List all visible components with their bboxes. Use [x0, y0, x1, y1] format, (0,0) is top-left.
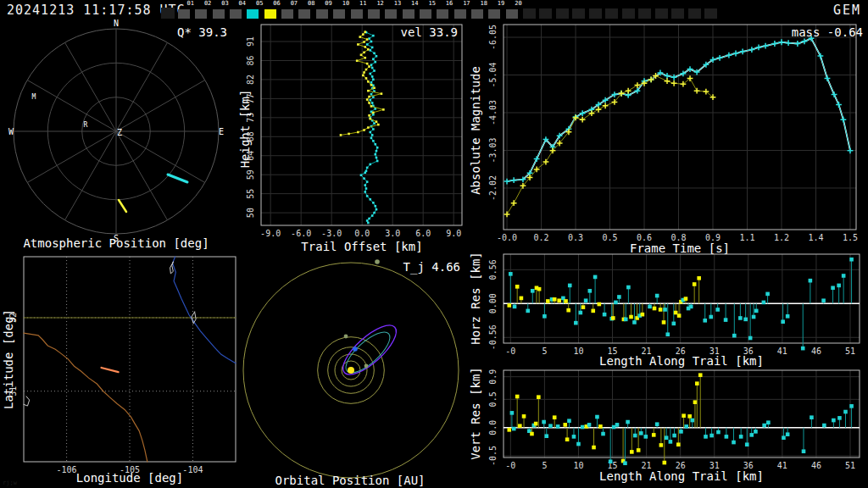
- frame-number: 05: [256, 1, 263, 7]
- frame-box-07[interactable]: 07: [281, 0, 298, 20]
- svg-text:-3.0: -3.0: [321, 229, 342, 238]
- frame-box-18[interactable]: 18: [471, 0, 488, 20]
- horzres-tick-labels: -051015212631364146510.560.00-0.56: [488, 259, 855, 356]
- horz-res-panel: -051015212631364146510.560.00-0.56 Horz …: [468, 250, 868, 369]
- frame-state-box: [368, 9, 380, 19]
- frame-box-16[interactable]: 16: [437, 0, 453, 20]
- svg-text:-9.0: -9.0: [260, 229, 281, 238]
- map-path-rio-grande: [24, 333, 147, 462]
- svg-text:51: 51: [845, 347, 855, 356]
- length-along-trail-label-2: Length Along Trail [km]: [580, 469, 783, 483]
- svg-text:6.0: 6.0: [415, 229, 431, 238]
- svg-text:46: 46: [811, 347, 821, 356]
- frame-box-12[interactable]: 12: [368, 0, 385, 20]
- frame-state-box: [316, 9, 328, 19]
- top-bar: 20241213 11:17:58 UTC 010203040506070809…: [0, 0, 868, 20]
- frame-number: 19: [498, 1, 504, 7]
- frame-box-17[interactable]: 17: [454, 0, 471, 20]
- svg-text:Z: Z: [117, 128, 122, 137]
- frame-box-extra-8: [638, 0, 655, 20]
- orbital-title: Orbital Position [AU]: [248, 474, 452, 487]
- frame-box-05[interactable]: 05: [247, 0, 264, 20]
- body-venus: [364, 364, 369, 369]
- orbital-position-chart: [239, 254, 483, 488]
- frame-number: 17: [463, 1, 470, 7]
- svg-text:5: 5: [542, 347, 547, 356]
- atmospheric-title: Atmospheric Position [deg]: [14, 236, 218, 250]
- body-jupiter: [375, 259, 380, 264]
- body-sun: [348, 367, 354, 374]
- vertres-frame: [504, 370, 860, 458]
- frame-box-02[interactable]: 02: [195, 0, 212, 20]
- frame-box-03[interactable]: 03: [213, 0, 230, 20]
- frame-number: 11: [359, 1, 366, 7]
- frame-box-08[interactable]: 08: [298, 0, 315, 20]
- frame-box-extra-6: [605, 0, 622, 20]
- frame-state-box: [298, 9, 310, 19]
- frame-box-extra-11: [688, 0, 705, 20]
- frame-box-04[interactable]: 04: [230, 0, 247, 20]
- station-2-streak: [119, 200, 126, 212]
- frame-number: 14: [411, 1, 418, 7]
- empty-slot-box: [704, 8, 717, 19]
- frame-state-box: [247, 9, 259, 19]
- svg-text:91: 91: [246, 36, 255, 47]
- frame-box-extra-9: [655, 0, 672, 20]
- frame-box-11[interactable]: 11: [351, 0, 368, 20]
- frame-number: 07: [291, 1, 298, 7]
- frame-number: 12: [376, 1, 383, 7]
- svg-text:0.2: 0.2: [534, 233, 549, 242]
- ground-map-panel: -106-105-1043231 Latitude [deg] Longitud…: [0, 254, 239, 488]
- svg-text:0.00: 0.00: [488, 293, 498, 313]
- horz-res-axis-label: Horz Res [km]: [469, 252, 482, 345]
- svg-text:55: 55: [246, 189, 255, 199]
- empty-slot-box: [671, 8, 684, 19]
- frame-box-13[interactable]: 13: [385, 0, 402, 20]
- svg-text:50: 50: [246, 208, 255, 218]
- frame-number: 06: [273, 1, 280, 7]
- svg-text:82: 82: [246, 75, 255, 85]
- empty-slot-box: [605, 8, 618, 19]
- frame-state-box: [385, 9, 397, 19]
- frame-number: 16: [446, 1, 453, 7]
- magnitude-axis-label: Absolute Magnitude: [469, 66, 482, 195]
- frame-box-06[interactable]: 06: [264, 0, 281, 20]
- frame-box-09[interactable]: 09: [316, 0, 333, 20]
- frame-box-10[interactable]: 10: [333, 0, 350, 20]
- svg-text:1.5: 1.5: [843, 233, 858, 242]
- frame-box-19[interactable]: 19: [488, 0, 505, 20]
- frame-box-14[interactable]: 14: [403, 0, 420, 20]
- svg-text:-6.0: -6.0: [291, 229, 311, 238]
- trail-offset-chart: -9.0-6.0-3.00.03.06.09.09186827773686459…: [239, 20, 483, 254]
- frame-box-15[interactable]: 15: [420, 0, 437, 20]
- svg-text:M: M: [32, 93, 36, 101]
- map-path-meteor-ground-track: [102, 368, 119, 372]
- magnitude-grid: [504, 25, 856, 230]
- magnitude-tick-labels: -0.00.20.30.50.60.80.91.11.21.41.5-6.05-…: [488, 25, 858, 242]
- frame-box-extra-4: [572, 0, 589, 20]
- frame-box-01[interactable]: 01: [178, 0, 195, 20]
- svg-text:-6.05: -6.05: [488, 25, 498, 50]
- frame-state-box: [178, 9, 190, 19]
- frame-state-box: [488, 9, 500, 19]
- frame-state-box: [437, 9, 448, 19]
- atmospheric-position-panel: NSEWZMR Q* 39.3 Atmospheric Position [de…: [0, 20, 239, 254]
- svg-text:E: E: [219, 127, 224, 136]
- frame-state-box: [454, 9, 466, 19]
- ground-map-chart: -106-105-1043231: [0, 254, 239, 488]
- atmospheric-position-chart: NSEWZMR: [0, 20, 239, 254]
- frame-state-box: [333, 9, 345, 19]
- frame-state-box: [351, 9, 363, 19]
- blank-box: [161, 8, 175, 19]
- empty-slot-box: [572, 8, 585, 19]
- svg-text:59: 59: [246, 169, 255, 180]
- frame-state-box: [230, 9, 242, 19]
- frame-box-extra-12: [704, 0, 721, 20]
- frame-box-extra-1: [523, 0, 540, 20]
- frame-number: 20: [515, 1, 521, 7]
- vert-res-axis-label: Vert Res [km]: [469, 367, 482, 460]
- frame-box-20[interactable]: 20: [506, 0, 523, 20]
- svg-text:0.0: 0.0: [488, 420, 498, 435]
- frame-state-box: [506, 9, 518, 19]
- svg-text:-0.0: -0.0: [497, 233, 517, 242]
